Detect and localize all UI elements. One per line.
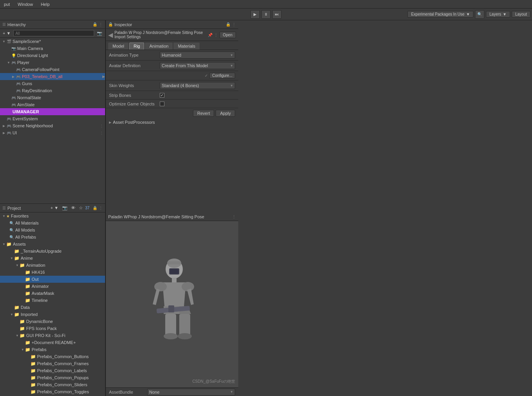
pause-button[interactable]: ⏸: [261, 10, 271, 19]
animation-type-arrow: ▼: [230, 54, 233, 57]
hierarchy-item-guns[interactable]: ▶ 🎮 Guns: [0, 80, 105, 87]
back-arrow-icon[interactable]: ◀: [108, 31, 113, 39]
tree-item-allprefabs[interactable]: 🔍 All Prefabs: [0, 234, 105, 241]
tree-item-avatarmask[interactable]: ▶ 📁 AvatarMask: [0, 290, 105, 297]
inspector-lock-icon[interactable]: 🔒: [226, 22, 230, 27]
search-icon-materials: 🔍: [9, 221, 14, 225]
hierarchy-search-input[interactable]: [13, 30, 94, 36]
asset-bundle-arrow: ▼: [230, 390, 233, 394]
tree-item-allmodels[interactable]: 🔍 All Models: [0, 227, 105, 234]
allmodels-label: All Models: [15, 228, 35, 232]
tree-item-prefabs-common-toggle[interactable]: ▶ 📁 Prefabs_Common_Toggles: [0, 388, 105, 395]
hierarchy-item-ui[interactable]: ▶ 🎮 UI ⋮: [0, 129, 105, 136]
project-more-icon[interactable]: ⋮: [99, 206, 103, 210]
hierarchy-item-dirlight[interactable]: ▶ 💡 Directional Light: [0, 52, 105, 59]
menu-window[interactable]: Window: [15, 1, 35, 7]
hierarchy-item-camerafollowpoint[interactable]: ▶ 🎮 CameraFollowPoint: [0, 66, 105, 73]
project-lock-icon[interactable]: 🔒: [93, 206, 97, 210]
project-filter-button[interactable]: ☆: [78, 205, 84, 211]
project-view-button[interactable]: 📷: [61, 205, 69, 211]
menu-help[interactable]: Help: [38, 1, 52, 7]
tree-item-assets[interactable]: ▼ 📁 Assets: [0, 241, 105, 248]
configure-button[interactable]: Configure...: [209, 73, 235, 78]
hierarchy-add-button[interactable]: + ▼: [2, 30, 12, 36]
lock-icon[interactable]: 🔒: [93, 22, 97, 27]
revert-button[interactable]: Revert: [193, 110, 214, 117]
step-button[interactable]: ⏭: [272, 10, 282, 19]
asset-bundle-dropdown[interactable]: None ▼: [147, 389, 235, 396]
layers-button[interactable]: Layers ▼: [486, 11, 510, 18]
inspector-body: ◀ Paladin W Prop J Nordstrom@Female Sitt…: [106, 29, 238, 212]
tree-item-terrainauto[interactable]: ▶ 📁 _TerrainAutoUpgrade: [0, 248, 105, 255]
tree-item-prefabs-common-label[interactable]: ▶ 📁 Prefabs_Common_Labels: [0, 367, 105, 374]
uimanager-icon: [6, 109, 12, 114]
tree-item-imported[interactable]: ▼ 📁 Imported: [0, 311, 105, 318]
strip-bones-checkbox[interactable]: ✓: [160, 93, 164, 98]
tree-item-out[interactable]: ▶ 📁 Out: [0, 276, 105, 283]
hierarchy-filter-button[interactable]: 📷: [96, 30, 104, 36]
hierarchy-item-raydesi[interactable]: ▶ 🎮 RayDesitination: [0, 87, 105, 94]
hierarchy-item-normalstate[interactable]: ▶ 🎮 NormalState: [0, 94, 105, 101]
tree-item-prefabs-common-frame[interactable]: ▶ 📁 Prefabs_Common_Frames: [0, 360, 105, 367]
prefabs-common-popup-icon: 📁: [30, 375, 36, 380]
animation-type-dropdown[interactable]: Humanoid ▼: [160, 52, 235, 59]
hierarchy-more-icon[interactable]: ⋮: [99, 22, 103, 27]
tree-item-prefabs-common-popup[interactable]: ▶ 📁 Prefabs_Common_Popups: [0, 374, 105, 381]
inspector-more-icon[interactable]: ⋮: [232, 22, 236, 27]
project-add-button[interactable]: + ▼: [49, 205, 59, 210]
menu-put[interactable]: put: [2, 1, 12, 7]
tree-item-anime[interactable]: ▼ 📁 Anime: [0, 255, 105, 262]
tab-rig[interactable]: Rig: [129, 43, 145, 50]
tab-model[interactable]: Model: [108, 43, 129, 50]
hierarchy-item-sceneneighborhood[interactable]: ▶ 🎮 Scene Neighborhood ⋮: [0, 122, 105, 129]
hierarchy-item-eventsystem[interactable]: ▶ 🎮 EventSystem: [0, 115, 105, 122]
expand-icon-p03[interactable]: ▶: [102, 75, 105, 78]
apply-button[interactable]: Apply: [216, 110, 235, 117]
kebab-ui[interactable]: ⋮: [100, 131, 105, 135]
hierarchy-item-maincamera[interactable]: ▶ 📷 Main Camera: [0, 45, 105, 52]
tree-item-animator[interactable]: ▶ 📁 Animator: [0, 283, 105, 290]
layout-button[interactable]: Layout: [512, 11, 530, 18]
experimental-packages-button[interactable]: Experimental Packages In Use ▼: [407, 11, 473, 18]
tree-item-prefabs-common-btn[interactable]: ▶ 📁 Prefabs_Common_Buttons: [0, 353, 105, 360]
tree-item-prefabs-common-slider[interactable]: ▶ 📁 Prefabs_Common_Sliders: [0, 381, 105, 388]
tree-item-guiprokit[interactable]: ▼ 📁 GUI PRO Kit - Sci-Fi: [0, 332, 105, 339]
skin-weights-label: Skin Weights: [109, 83, 160, 88]
tree-item-animation[interactable]: ▼ 📁 Animation: [0, 262, 105, 269]
mesh-icon: 🎮: [16, 74, 21, 79]
hierarchy-item-samplescene[interactable]: ▼ 🎬 SampleScene*: [0, 38, 105, 45]
tab-animation[interactable]: Animation: [145, 43, 173, 50]
optimize-gameobjects-checkbox[interactable]: [160, 102, 164, 106]
open-button[interactable]: Open: [220, 32, 236, 38]
tree-item-fps[interactable]: ▶ 📁 FPS Icons Pack: [0, 325, 105, 332]
hierarchy-item-uimanager[interactable]: ▶ UIMANAGER: [0, 108, 105, 115]
kebab-sceneneighborhood[interactable]: ⋮: [100, 124, 105, 128]
asset-postprocessors-section[interactable]: ▶ Asset PostProcessors: [106, 118, 238, 126]
hierarchy-label-player: Player: [17, 60, 29, 65]
tree-item-hk416[interactable]: ▶ 📁 HK416: [0, 269, 105, 276]
inspector-overflow-icon[interactable]: ⋮: [214, 33, 218, 37]
hierarchy-item-player[interactable]: ▼ 🎮 Player: [0, 59, 105, 66]
tree-item-prefabs[interactable]: ▼ 📁 Prefabs: [0, 346, 105, 353]
inspector-pin-icon[interactable]: 📌: [208, 33, 212, 37]
search-icon-models: 🔍: [9, 228, 14, 232]
animation-folder-icon: 📁: [20, 263, 25, 268]
tree-item-dynamicbone[interactable]: ▶ 📁 DynamicBone: [0, 318, 105, 325]
play-button[interactable]: ▶: [250, 10, 260, 19]
tree-item-timeline[interactable]: ▶ 📁 Timeline: [0, 297, 105, 304]
hierarchy-item-p03[interactable]: ▶ 🎮 P03_Tenebro_DB_all ▶: [0, 73, 105, 80]
asset-bundle-label: AssetBundle: [109, 390, 144, 394]
optimize-gameobjects-label: Optimize Game Objects: [109, 102, 160, 106]
tab-materials[interactable]: Materials: [173, 43, 200, 50]
tree-item-favorites[interactable]: ▼ ★ Favorites: [0, 212, 105, 219]
preview-more-icon[interactable]: ⋮: [232, 214, 236, 219]
tree-item-data[interactable]: ▶ 📁 Data: [0, 304, 105, 311]
avatar-definition-dropdown[interactable]: Create From This Model ▼: [160, 62, 235, 69]
tree-item-allmaterials[interactable]: 🔍 All Materials: [0, 219, 105, 227]
tree-item-docreadme[interactable]: ▶ 📁 +Document README+: [0, 339, 105, 346]
project-eye-button[interactable]: 👁: [70, 205, 77, 210]
inspector-file-title: Paladin W Prop J Nordstrom@Female Sittin…: [114, 30, 206, 39]
search-icon-button[interactable]: 🔍: [475, 10, 484, 19]
skin-weights-dropdown[interactable]: Standard (4 Bones) ▼: [160, 82, 235, 89]
hierarchy-item-aimstate[interactable]: ▶ 🎮 AimState: [0, 101, 105, 108]
